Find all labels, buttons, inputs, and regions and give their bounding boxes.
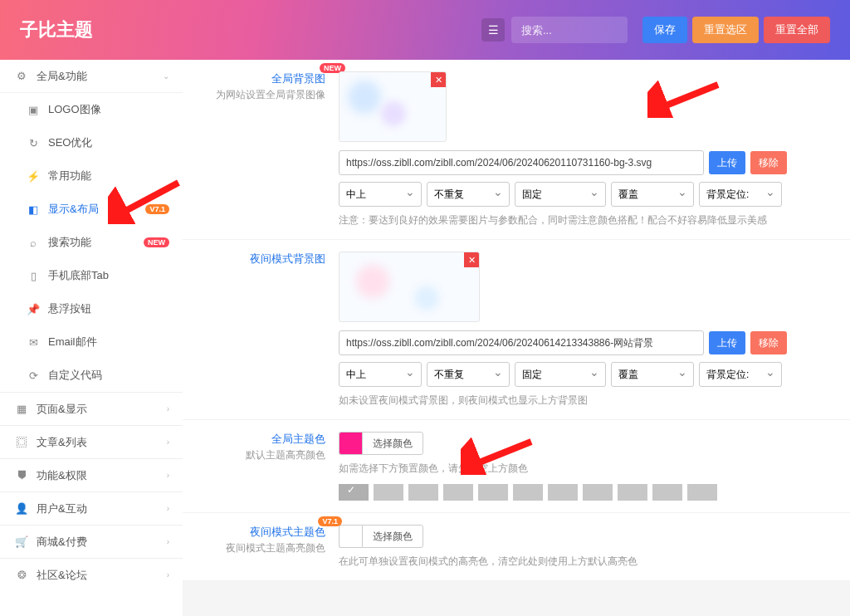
globe-icon: ❂ [13, 569, 30, 581]
preset-color[interactable] [618, 484, 647, 501]
sidebar-group-post[interactable]: ⿴ 文章&列表 › [0, 425, 183, 458]
layout-icon: ◧ [25, 203, 42, 216]
select-position[interactable]: 中上 [339, 362, 422, 387]
chevron-right-icon: › [167, 471, 169, 480]
choose-color-button[interactable]: 选择颜色 [362, 432, 423, 455]
chevron-right-icon: › [167, 404, 169, 413]
select-size[interactable]: 覆盖 [611, 362, 694, 387]
label-global-bg: 全局背景图 NEW [271, 71, 325, 86]
preset-color[interactable] [374, 484, 403, 501]
gear-icon: ⚙ [13, 70, 30, 82]
sidebar-group-bbs[interactable]: ❂ 社区&论坛 › [0, 558, 183, 591]
row-global-bg: 全局背景图 NEW 为网站设置全局背景图像 ✕ 上传 移除 中上 不重复 [183, 60, 850, 240]
save-button[interactable]: 保存 [642, 17, 687, 43]
chevron-right-icon: › [167, 570, 169, 579]
color-swatch[interactable] [339, 525, 362, 548]
app-title: 子比主题 [20, 17, 93, 42]
search-input[interactable] [511, 17, 628, 43]
row-theme-color: 全局主题色 默认主题高亮颜色 选择颜色 如需选择下方预置颜色，请先清空上方颜色 [183, 420, 850, 513]
bg-preview: ✕ [339, 71, 447, 142]
refresh-icon: ↻ [25, 137, 42, 149]
bolt-icon: ⚡ [25, 170, 42, 183]
preset-color[interactable] [478, 484, 508, 501]
top-header: 子比主题 ☰ 保存 重置选区 重置全部 [0, 0, 850, 60]
preset-color[interactable] [513, 484, 543, 501]
upload-button[interactable]: 上传 [709, 331, 745, 354]
code-icon: ⟳ [25, 369, 42, 382]
remove-image-icon[interactable]: ✕ [464, 252, 479, 267]
header-list-icon[interactable]: ☰ [481, 18, 505, 42]
label-night-bg: 夜间模式背景图 [250, 252, 325, 266]
chevron-right-icon: › [167, 537, 169, 546]
row-night-bg: 夜间模式背景图 ✕ 上传 移除 中上 不重复 固定 覆盖 背景定位: [183, 240, 850, 420]
preset-color[interactable] [583, 484, 613, 501]
preset-colors [339, 484, 835, 501]
sidebar-group-shop[interactable]: 🛒 商城&付费 › [0, 525, 183, 558]
sidebar: ⚙ 全局&功能 ⌄ ▣ LOGO图像 ↻ SEO优化 ⚡ 常用功能 ◧ 显示&布… [0, 60, 183, 616]
version-badge: V7.1 [318, 516, 342, 526]
select-repeat[interactable]: 不重复 [427, 182, 510, 207]
new-badge: NEW [144, 237, 169, 247]
bg-url-input[interactable] [339, 150, 704, 175]
remove-image-icon[interactable]: ✕ [431, 72, 446, 87]
color-swatch[interactable] [339, 432, 362, 455]
select-attachment[interactable]: 固定 [515, 182, 606, 207]
choose-color-button[interactable]: 选择颜色 [362, 525, 423, 548]
map-icon: ⿴ [13, 436, 30, 448]
preset-color[interactable] [408, 484, 438, 501]
pin-icon: 📌 [25, 303, 42, 315]
preset-color[interactable] [652, 484, 682, 501]
row-night-theme-color: 夜间模式主题色 V7.1 夜间模式主题高亮颜色 选择颜色 在此可单独设置夜间模式… [183, 513, 850, 581]
label-night-theme-color: 夜间模式主题色 V7.1 [250, 525, 325, 540]
reset-all-button[interactable]: 重置全部 [764, 17, 830, 43]
preset-color[interactable] [687, 484, 717, 501]
user-icon: 👤 [13, 502, 30, 515]
hint-theme-color: 如需选择下方预置颜色，请先清空上方颜色 [339, 462, 835, 476]
hint-global-bg: 注意：要达到良好的效果需要图片与参数配合，同时需注意颜色搭配！配合不好容易降低显… [339, 213, 835, 227]
reset-section-button[interactable]: 重置选区 [692, 17, 759, 43]
label-theme-color-sub: 默认主题高亮颜色 [198, 448, 325, 462]
select-attachment[interactable]: 固定 [515, 362, 606, 387]
preset-color[interactable] [443, 484, 473, 501]
preset-color[interactable] [339, 484, 369, 501]
sidebar-item-logo[interactable]: ▣ LOGO图像 [0, 93, 183, 126]
sidebar-item-common[interactable]: ⚡ 常用功能 [0, 159, 183, 193]
mail-icon: ✉ [25, 336, 42, 349]
select-repeat[interactable]: 不重复 [427, 362, 510, 387]
sidebar-item-custom-code[interactable]: ⟳ 自定义代码 [0, 359, 183, 392]
main-content: 全局背景图 NEW 为网站设置全局背景图像 ✕ 上传 移除 中上 不重复 [183, 60, 850, 616]
sidebar-group-user[interactable]: 👤 用户&互动 › [0, 491, 183, 525]
sidebar-item-mobile-tab[interactable]: ▯ 手机底部Tab [0, 259, 183, 292]
sidebar-item-seo[interactable]: ↻ SEO优化 [0, 126, 183, 159]
sidebar-group-page[interactable]: ▦ 页面&显示 › [0, 392, 183, 425]
sidebar-item-email[interactable]: ✉ Email邮件 [0, 325, 183, 359]
remove-button[interactable]: 移除 [750, 331, 787, 354]
mobile-icon: ▯ [25, 270, 42, 282]
upload-button[interactable]: 上传 [709, 151, 745, 174]
label-theme-color: 全局主题色 [271, 432, 325, 447]
preset-color[interactable] [548, 484, 578, 501]
select-bg-location[interactable]: 背景定位: [699, 182, 782, 207]
night-bg-url-input[interactable] [339, 330, 704, 355]
search-icon: ⌕ [25, 237, 42, 249]
chevron-right-icon: › [167, 504, 169, 513]
sidebar-item-float-button[interactable]: 📌 悬浮按钮 [0, 292, 183, 325]
hint-night-theme-color: 在此可单独设置夜间模式的高亮色，清空此处则使用上方默认高亮色 [339, 555, 835, 569]
night-bg-preview: ✕ [339, 252, 480, 322]
sidebar-item-display-layout[interactable]: ◧ 显示&布局 V7.1 [0, 193, 183, 226]
chevron-right-icon: › [167, 438, 169, 447]
select-size[interactable]: 覆盖 [611, 182, 694, 207]
label-night-theme-color-sub: 夜间模式主题高亮颜色 [198, 541, 325, 555]
sidebar-item-search[interactable]: ⌕ 搜索功能 NEW [0, 226, 183, 259]
chevron-down-icon: ⌄ [163, 71, 169, 81]
calendar-icon: ▦ [13, 403, 30, 415]
sidebar-group-perm[interactable]: ⛊ 功能&权限 › [0, 458, 183, 491]
sidebar-top-global[interactable]: ⚙ 全局&功能 ⌄ [0, 60, 183, 93]
remove-button[interactable]: 移除 [750, 151, 787, 174]
select-position[interactable]: 中上 [339, 182, 422, 207]
hint-night-bg: 如未设置夜间模式背景图，则夜间模式也显示上方背景图 [339, 394, 835, 408]
shield-icon: ⛊ [13, 469, 30, 482]
version-badge: V7.1 [145, 204, 169, 214]
select-bg-location[interactable]: 背景定位: [699, 362, 782, 387]
cart-icon: 🛒 [13, 535, 30, 548]
